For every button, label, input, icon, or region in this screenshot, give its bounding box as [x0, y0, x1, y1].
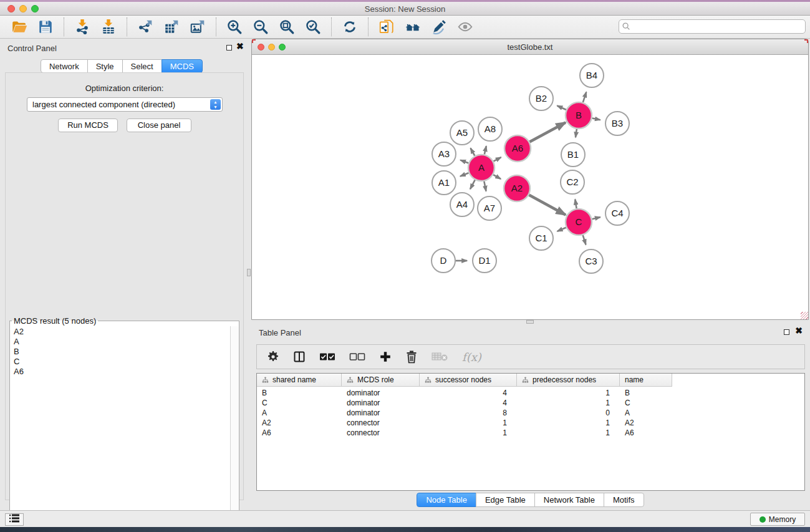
column-header-successor-nodes[interactable]: successor nodes	[420, 374, 517, 387]
horizontal-split-grip[interactable]	[526, 320, 534, 324]
tab-style[interactable]: Style	[87, 59, 123, 73]
table-cell[interactable]: 0	[517, 408, 620, 418]
tab-network-table[interactable]: Network Table	[534, 493, 604, 507]
first-neighbors-icon[interactable]	[403, 17, 422, 36]
table-row[interactable]: Adominator80A	[257, 408, 804, 418]
edge-B-B4[interactable]	[583, 92, 586, 102]
node-A4[interactable]: A4	[450, 193, 474, 216]
node-A2[interactable]: A2	[504, 175, 530, 201]
import-table-icon[interactable]	[99, 17, 118, 36]
table-cell[interactable]: connector	[342, 428, 420, 438]
node-D[interactable]: D	[432, 249, 455, 273]
table-settings-icon[interactable]	[267, 347, 279, 366]
table-cell[interactable]: 1	[517, 428, 620, 438]
table-cell[interactable]: A	[257, 408, 342, 418]
column-header-shared-name[interactable]: shared name	[257, 374, 342, 387]
node-C3[interactable]: C3	[579, 249, 603, 273]
node-A5[interactable]: A5	[450, 121, 474, 145]
column-header-name[interactable]: name	[620, 374, 672, 387]
vertical-split-grip[interactable]	[247, 269, 251, 276]
close-panel-button[interactable]: Close panel	[127, 118, 191, 132]
mcds-result-item[interactable]: B	[11, 347, 230, 357]
table-cell[interactable]: A6	[620, 428, 672, 438]
table-cell[interactable]: 1	[517, 398, 620, 408]
table-row[interactable]: Bdominator41B	[257, 388, 804, 398]
tab-node-table[interactable]: Node Table	[417, 493, 476, 507]
edge-A-A4[interactable]	[470, 180, 475, 189]
node-A3[interactable]: A3	[432, 142, 456, 166]
tab-select[interactable]: Select	[122, 59, 162, 73]
mcds-result-item[interactable]: A6	[11, 367, 230, 377]
table-row[interactable]: A6connector11A6	[257, 428, 804, 438]
float-panel-icon[interactable]	[226, 45, 232, 51]
table-row[interactable]: A2connector11A2	[257, 418, 804, 428]
table-cell[interactable]: C	[257, 398, 342, 408]
table-cell[interactable]: A6	[257, 428, 342, 438]
table-cell[interactable]: B	[257, 388, 342, 398]
table-cell[interactable]: A2	[620, 418, 672, 428]
node-C1[interactable]: C1	[529, 226, 553, 250]
zoom-fit-icon[interactable]	[277, 17, 296, 36]
tab-edge-table[interactable]: Edge Table	[476, 493, 535, 507]
mcds-result-scrollbar[interactable]	[230, 326, 238, 529]
refresh-layout-icon[interactable]	[340, 17, 359, 36]
network-window-titlebar[interactable]: testGlobe.txt	[252, 39, 808, 55]
node-B[interactable]: B	[566, 102, 592, 128]
add-column-icon[interactable]	[379, 347, 392, 366]
export-table-icon[interactable]	[162, 17, 181, 36]
function-builder-icon[interactable]: f(x)	[462, 347, 481, 366]
edge-A6-B[interactable]	[529, 122, 566, 142]
table-cell[interactable]: 1	[517, 388, 620, 398]
table-close-panel-icon[interactable]: ✖	[795, 326, 803, 336]
table-cell[interactable]: 1	[517, 418, 620, 428]
mcds-result-item[interactable]: A	[11, 337, 230, 347]
edge-A-A2[interactable]	[493, 175, 501, 179]
node-B1[interactable]: B1	[561, 143, 585, 167]
criterion-dropdown[interactable]: largest connected component (directed) ▲…	[27, 97, 223, 112]
select-all-rows-icon[interactable]	[319, 347, 335, 366]
node-B3[interactable]: B3	[605, 112, 629, 135]
table-cell[interactable]: B	[620, 388, 672, 398]
table-cell[interactable]: 1	[420, 428, 517, 438]
edge-C-C1[interactable]	[557, 228, 566, 231]
import-network-icon[interactable]	[73, 17, 92, 36]
edge-A-A8[interactable]	[485, 146, 486, 154]
node-D1[interactable]: D1	[473, 249, 496, 273]
zoom-out-icon[interactable]	[251, 17, 270, 36]
edge-C-C4[interactable]	[592, 217, 600, 219]
table-cell[interactable]: dominator	[342, 388, 420, 398]
table-cell[interactable]: 4	[420, 388, 517, 398]
deselect-all-rows-icon[interactable]	[349, 347, 365, 366]
run-mcds-button[interactable]: Run MCDS	[58, 118, 118, 132]
table-cell[interactable]: C	[620, 398, 672, 408]
node-A8[interactable]: A8	[478, 117, 502, 141]
node-B2[interactable]: B2	[529, 87, 553, 110]
node-A7[interactable]: A7	[478, 196, 501, 220]
column-header-predecessor-nodes[interactable]: predecessor nodes	[517, 374, 620, 387]
annotations-icon[interactable]	[430, 17, 448, 36]
table-cell[interactable]: 4	[420, 398, 517, 408]
edge-B-B2[interactable]	[557, 105, 566, 109]
table-cell[interactable]: dominator	[342, 398, 420, 408]
tab-network[interactable]: Network	[41, 59, 88, 73]
edge-C-C2[interactable]	[575, 200, 576, 209]
table-cell[interactable]: A	[620, 408, 672, 418]
zoom-in-icon[interactable]	[225, 17, 244, 36]
table-cell[interactable]: dominator	[342, 408, 420, 418]
graphics-details-icon[interactable]	[456, 17, 475, 36]
window-resize-grip[interactable]	[801, 312, 808, 319]
table-cell[interactable]: connector	[342, 418, 420, 428]
node-A6[interactable]: A6	[504, 135, 531, 162]
export-image-icon[interactable]	[188, 17, 207, 36]
edge-A2-C[interactable]	[529, 195, 566, 215]
mcds-result-item[interactable]: C	[11, 357, 230, 367]
network-canvas[interactable]: B4B2BB3B1A5A8A6A3AA1A2C2A4A7C4CC1DD1C3	[253, 56, 808, 319]
edge-A-A5[interactable]	[471, 148, 475, 155]
column-visibility-icon[interactable]	[293, 347, 306, 366]
edge-B-B3[interactable]	[592, 118, 600, 120]
clone-network-icon[interactable]	[377, 17, 396, 36]
tab-motifs[interactable]: Motifs	[604, 493, 644, 507]
node-C[interactable]: C	[566, 209, 592, 235]
table-cell[interactable]: 8	[420, 408, 517, 418]
table-row[interactable]: Cdominator41C	[257, 398, 804, 408]
